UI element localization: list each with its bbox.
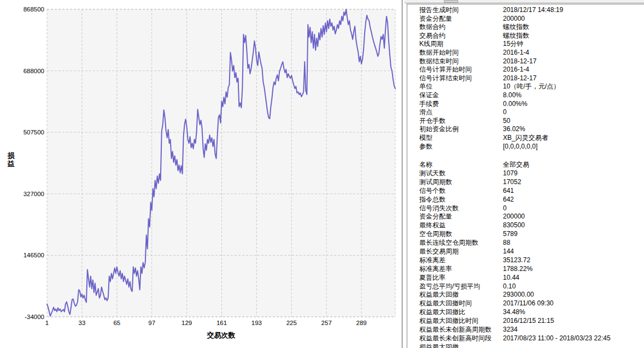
x-tick-label: 33 bbox=[79, 320, 86, 326]
report-row: 信号计算结束时间2018-12-17 bbox=[407, 74, 644, 83]
backtest-report-window: 868500688000507500327000146500-340001336… bbox=[0, 0, 644, 348]
x-axis-title: 交易次数 bbox=[207, 331, 236, 339]
report-row-label: 测试天数 bbox=[419, 169, 503, 178]
report-row-value: 2016-1-4 bbox=[503, 66, 529, 74]
report-row-value: 642 bbox=[503, 196, 514, 204]
report-row-value: 螺纹指数 bbox=[503, 23, 529, 32]
report-row-value: 2017/08/23 11:00 - 2018/03/23 22:45 bbox=[503, 334, 611, 343]
y-tick-label: -34000 bbox=[25, 314, 44, 320]
report-row-value: 8.00% bbox=[503, 91, 522, 100]
report-row: 测试天数1079 bbox=[407, 169, 644, 178]
report-row: 信号消失次数0 bbox=[407, 204, 644, 213]
report-row-label: 开仓手数 bbox=[419, 117, 503, 126]
report-row: K线周期15分钟 bbox=[407, 40, 644, 49]
report-row: 权益最长未创新高周期数3234 bbox=[407, 326, 644, 334]
report-row: 资金分配量200000 bbox=[407, 213, 644, 221]
scrollbar-thumb[interactable] bbox=[444, 0, 458, 3]
x-tick-label: 129 bbox=[182, 320, 192, 326]
x-tick-label: 257 bbox=[321, 320, 332, 326]
report-row-label: 权益最长未创新高周期数 bbox=[419, 326, 503, 334]
report-row-value: 1079 bbox=[503, 169, 518, 178]
report-row-label: 标准离差 bbox=[419, 256, 503, 265]
report-row-label: 最长连续空仓周期数 bbox=[419, 239, 503, 247]
report-row: 保证金8.00% bbox=[407, 91, 644, 100]
report-row-label: 资金分配量 bbox=[419, 15, 503, 23]
equity-curve-chart: 868500688000507500327000146500-340001336… bbox=[0, 0, 401, 348]
report-row-label: 最长交易周期 bbox=[419, 247, 503, 256]
plot-area bbox=[47, 9, 395, 317]
report-row-label: 标准离差率 bbox=[419, 265, 503, 274]
report-row-value: 35123.72 bbox=[503, 256, 530, 265]
report-row-label: 滑点 bbox=[419, 108, 503, 117]
report-row-value: 3234 bbox=[503, 326, 518, 334]
x-tick-label: 289 bbox=[356, 320, 367, 326]
report-row-label: 数据开始时间 bbox=[419, 49, 503, 57]
y-tick-label: 327000 bbox=[24, 191, 44, 197]
report-row: 数据结束时间2018-12-17 bbox=[407, 57, 644, 66]
report-row-value: 2018-12-17 bbox=[503, 57, 536, 66]
report-row: 名称全部交易 bbox=[407, 161, 644, 169]
report-row: 空仓周期数5789 bbox=[407, 230, 644, 239]
report-row-label: 信号计算开始时间 bbox=[419, 66, 503, 74]
report-row: 最终权益830500 bbox=[407, 221, 644, 230]
report-row: 初始资金比例36.02% bbox=[407, 125, 644, 134]
report-row-label: 损益最大回撤 bbox=[419, 343, 503, 348]
report-row-value: 0 bbox=[503, 108, 507, 117]
report-row-label: 权益最大回撤时间 bbox=[419, 299, 503, 308]
report-row-label: 单位 bbox=[419, 82, 503, 91]
report-row: 数据合约螺纹指数 bbox=[407, 23, 644, 32]
y-tick-label: 507500 bbox=[24, 129, 44, 135]
equity-curve-svg: 868500688000507500327000146500-340001336… bbox=[0, 0, 401, 348]
report-row-label: 空仓周期数 bbox=[419, 230, 503, 239]
report-row-label: 参数 bbox=[419, 143, 503, 151]
report-row: 权益最大回撤比时间2016/12/15 21:15 bbox=[407, 317, 644, 326]
report-row-label: 保证金 bbox=[419, 91, 503, 100]
report-row: 损益最大回撤 bbox=[407, 343, 644, 348]
chart-panel-splitter[interactable] bbox=[401, 0, 403, 348]
x-tick-label: 1 bbox=[45, 320, 49, 326]
report-row-value: 2016/12/15 21:15 bbox=[503, 317, 554, 326]
report-row: 单位10（吨/手，元/点） bbox=[407, 82, 644, 91]
report-row-label: 信号消失次数 bbox=[419, 204, 503, 213]
report-row-label: 资金分配量 bbox=[419, 213, 503, 221]
report-row-label: 夏普比率 bbox=[419, 274, 503, 282]
report-row-label: 交易合约 bbox=[419, 32, 503, 40]
report-row-value: 50 bbox=[503, 117, 510, 126]
report-row-value: 17052 bbox=[503, 178, 521, 187]
report-row-value: 200000 bbox=[503, 15, 525, 23]
x-tick-label: 97 bbox=[148, 320, 155, 326]
report-row-value: 全部交易 bbox=[503, 161, 529, 169]
x-tick-label: 161 bbox=[216, 320, 227, 326]
report-row: 报告生成时间2018/12/17 14:48:19 bbox=[407, 6, 644, 15]
report-row: 手续费0.00%% bbox=[407, 100, 644, 109]
report-row-label: 权益最大回撤 bbox=[419, 291, 503, 299]
report-row: 资金分配量200000 bbox=[407, 15, 644, 23]
report-row-label: K线周期 bbox=[419, 40, 503, 49]
report-row-value: 2016-1-4 bbox=[503, 49, 529, 57]
report-row-value: 2018/12/17 14:48:19 bbox=[503, 6, 563, 15]
report-row-value: 1788.22% bbox=[503, 265, 532, 274]
report-row: 交易合约螺纹指数 bbox=[407, 32, 644, 40]
report-row-value: 0.10 bbox=[503, 282, 516, 291]
x-tick-label: 65 bbox=[113, 320, 120, 326]
report-row-value: 15分钟 bbox=[503, 40, 523, 49]
report-row: 模型XB_闪灵交易者 bbox=[407, 134, 644, 143]
report-row-label: 手续费 bbox=[419, 100, 503, 109]
report-row-label: 指令总数 bbox=[419, 196, 503, 204]
report-row-label: 权益最大回撤比时间 bbox=[419, 317, 503, 326]
report-row: 权益最大回撤293000.00 bbox=[407, 291, 644, 299]
report-row: 盈亏总平均/亏损平均0.10 bbox=[407, 282, 644, 291]
report-row-value: 293000.00 bbox=[503, 291, 534, 299]
report-row: 指令总数642 bbox=[407, 196, 644, 204]
x-tick-label: 225 bbox=[286, 320, 297, 326]
report-row-value: XB_闪灵交易者 bbox=[503, 134, 548, 143]
report-row-label: 最终权益 bbox=[419, 221, 503, 230]
report-row-value: 641 bbox=[503, 187, 514, 196]
report-row-value: 10（吨/手，元/点） bbox=[503, 82, 560, 91]
report-row: 标准离差35123.72 bbox=[407, 256, 644, 265]
report-row: 测试周期数17052 bbox=[407, 178, 644, 187]
report-row-label: 数据结束时间 bbox=[419, 57, 503, 66]
report-row-value: 5789 bbox=[503, 230, 518, 239]
report-row: 信号个数641 bbox=[407, 187, 644, 196]
y-axis-title: 损益 bbox=[7, 151, 15, 168]
